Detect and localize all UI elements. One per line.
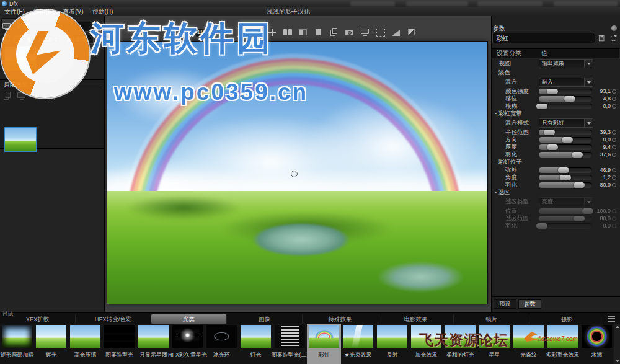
show-layer-icon[interactable] bbox=[13, 35, 22, 45]
param-slider-羽化[interactable] bbox=[539, 223, 592, 229]
param-slider-位置[interactable] bbox=[539, 208, 592, 214]
copy-icon[interactable] bbox=[2, 91, 12, 101]
slider-thumb[interactable] bbox=[558, 167, 569, 173]
param-dropdown-混合[interactable]: 融入 bbox=[539, 78, 593, 87]
histogram-ramp-icon[interactable] bbox=[391, 27, 402, 38]
step-down-icon[interactable] bbox=[54, 40, 58, 42]
pan-icon[interactable] bbox=[267, 27, 278, 38]
reset-dot-icon[interactable] bbox=[612, 216, 616, 221]
reset-dot-icon[interactable] bbox=[612, 97, 616, 101]
slider-thumb[interactable] bbox=[574, 182, 585, 188]
filter-item-灯光[interactable]: 灯光 bbox=[239, 324, 273, 364]
filter-tab-摄影[interactable]: 摄影 bbox=[529, 314, 605, 324]
reset-dot-icon[interactable] bbox=[612, 224, 616, 228]
blend-mode-dropdown[interactable]: 正常 bbox=[73, 35, 102, 44]
param-slider-选区范围[interactable] bbox=[539, 216, 592, 221]
monitor-preview-icon[interactable] bbox=[360, 27, 371, 38]
chevron-down-icon[interactable] bbox=[584, 119, 593, 127]
add-layer-icon[interactable] bbox=[2, 35, 11, 45]
param-dropdown-视图[interactable]: 输出效果 bbox=[539, 59, 593, 68]
opacity-stepper[interactable]: 100,0 bbox=[35, 35, 60, 44]
filter-item-星星[interactable]: 星星 bbox=[477, 324, 512, 364]
region-select-icon[interactable] bbox=[375, 27, 386, 38]
param-slider-移位[interactable] bbox=[539, 96, 592, 102]
param-dropdown-选区类型[interactable]: 亮度 bbox=[539, 197, 593, 206]
slider-thumb[interactable] bbox=[547, 89, 558, 94]
menu-item[interactable]: 帮助(H) bbox=[87, 7, 117, 16]
filter-tab-HFX转变/色彩[interactable]: HFX转变/色彩 bbox=[76, 314, 151, 324]
filter-item-只显示星团[interactable]: 只显示星团 bbox=[136, 324, 170, 364]
loupe-icon[interactable] bbox=[251, 27, 262, 38]
effect-name-field[interactable]: 彩虹 bbox=[492, 33, 595, 43]
param-slider-方向[interactable] bbox=[539, 137, 592, 143]
param-dropdown-混合模式[interactable]: 只有彩虹 bbox=[539, 118, 593, 128]
image-viewport[interactable] bbox=[107, 42, 487, 304]
effect-preview-icon[interactable] bbox=[406, 27, 417, 38]
slider-thumb[interactable] bbox=[564, 96, 575, 102]
gear-icon[interactable] bbox=[28, 47, 35, 55]
filter-item-图案造型光[interactable]: 图案造型光 bbox=[102, 324, 136, 364]
slider-thumb[interactable] bbox=[544, 130, 555, 135]
filter-item-加光效果[interactable]: 加光效果 bbox=[409, 324, 443, 364]
menu-item[interactable]: 文件(F) bbox=[0, 7, 29, 16]
filter-tab-镜片[interactable]: 镜片 bbox=[454, 314, 529, 324]
reset-dot-icon[interactable] bbox=[612, 175, 616, 180]
filter-item-彩虹[interactable]: 彩虹 bbox=[307, 324, 341, 364]
region-icon[interactable] bbox=[45, 91, 55, 101]
filter-item-矩形局部加暗[interactable]: 矩形局部加暗 bbox=[0, 324, 34, 364]
param-slider-模糊[interactable] bbox=[539, 104, 592, 109]
reset-dot-icon[interactable] bbox=[612, 209, 616, 213]
param-slider-弥补[interactable] bbox=[539, 167, 592, 173]
filter-tab-特殊效果[interactable]: 特殊效果 bbox=[303, 314, 378, 324]
panel-options-icon[interactable] bbox=[611, 25, 617, 31]
filter-strip-scrollbar[interactable] bbox=[614, 324, 620, 364]
monitor-icon[interactable] bbox=[17, 91, 27, 101]
slider-thumb[interactable] bbox=[574, 216, 585, 221]
compare-split-icon[interactable] bbox=[236, 27, 247, 38]
effect-layer-thumbnail[interactable] bbox=[4, 46, 37, 71]
reset-dot-icon[interactable] bbox=[612, 145, 616, 149]
reset-dot-icon[interactable] bbox=[612, 168, 616, 172]
stepper-arrows[interactable] bbox=[53, 37, 59, 42]
param-slider-羽化[interactable] bbox=[539, 182, 592, 188]
filter-tab-光类[interactable]: 光类 bbox=[151, 314, 227, 324]
dual-view-icon[interactable] bbox=[282, 27, 293, 38]
chevron-down-icon[interactable] bbox=[584, 198, 593, 206]
reset-icon[interactable] bbox=[609, 34, 618, 43]
chevron-down-icon[interactable] bbox=[93, 35, 102, 43]
scroll-down-icon[interactable] bbox=[616, 360, 619, 362]
param-slider-角度[interactable] bbox=[539, 175, 592, 180]
tab-参数[interactable]: 参数 bbox=[518, 299, 541, 309]
param-slider-半径范围[interactable] bbox=[539, 130, 592, 135]
slider-thumb[interactable] bbox=[562, 137, 573, 143]
mask-curve-icon[interactable] bbox=[62, 35, 71, 45]
reset-dot-icon[interactable] bbox=[612, 153, 616, 157]
layer-row[interactable]: 彩虹 bbox=[2, 21, 102, 32]
filter-item-HFX彩矢量星光[interactable]: HFX彩矢量星光 bbox=[170, 324, 205, 364]
slider-thumb[interactable] bbox=[536, 104, 547, 109]
filter-item-冰光环[interactable]: 冰光环 bbox=[205, 324, 239, 364]
filter-item-★光束效果[interactable]: ★光束效果 bbox=[341, 324, 375, 364]
lightning-icon[interactable] bbox=[31, 91, 41, 101]
zoom-out-icon[interactable] bbox=[220, 27, 231, 38]
chevron-down-icon[interactable] bbox=[584, 60, 593, 68]
tab-预设[interactable]: 预设 bbox=[494, 299, 516, 309]
zoom-in-icon[interactable] bbox=[179, 27, 190, 38]
effect-bolt-icon[interactable] bbox=[24, 35, 33, 45]
filter-item-多彩重光效果[interactable]: 多彩重光效果 bbox=[546, 324, 580, 364]
layer-name-field[interactable]: 彩虹 bbox=[14, 22, 102, 32]
scroll-up-icon[interactable] bbox=[616, 326, 619, 328]
slider-thumb[interactable] bbox=[547, 144, 558, 150]
original-image-thumbnail[interactable] bbox=[4, 127, 37, 152]
param-slider-羽化[interactable] bbox=[539, 152, 592, 158]
slider-thumb[interactable] bbox=[582, 208, 593, 214]
menu-item[interactable]: 查看(V) bbox=[58, 7, 87, 16]
filter-item-光条纹[interactable]: 光条纹 bbox=[512, 324, 546, 364]
duplicate-view-icon[interactable] bbox=[329, 27, 340, 38]
reset-dot-icon[interactable] bbox=[612, 104, 616, 109]
filter-item-水滴[interactable]: 水滴 bbox=[580, 324, 614, 364]
snapshot-icon[interactable] bbox=[344, 27, 355, 38]
slider-thumb[interactable] bbox=[536, 223, 547, 229]
strip-menu-icon[interactable] bbox=[608, 316, 615, 322]
reset-dot-icon[interactable] bbox=[612, 138, 616, 142]
